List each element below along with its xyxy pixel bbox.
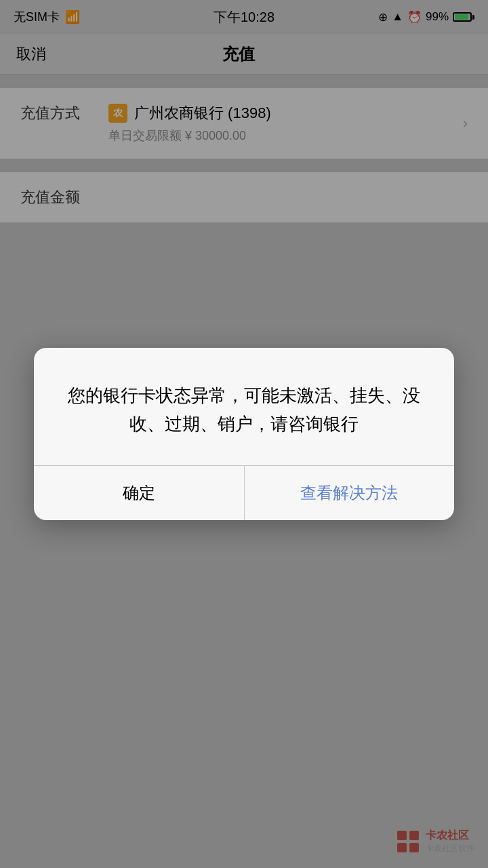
dialog-actions: 确定 查看解决方法 (34, 466, 454, 520)
dialog: 您的银行卡状态异常，可能未激活、挂失、没收、过期、销户，请咨询银行 确定 查看解… (34, 348, 454, 520)
dialog-body: 您的银行卡状态异常，可能未激活、挂失、没收、过期、销户，请咨询银行 (34, 348, 454, 465)
dialog-message: 您的银行卡状态异常，可能未激活、挂失、没收、过期、销户，请咨询银行 (61, 382, 427, 438)
dialog-overlay: 您的银行卡状态异常，可能未激活、挂失、没收、过期、销户，请咨询银行 确定 查看解… (0, 0, 488, 868)
confirm-button[interactable]: 确定 (34, 466, 244, 520)
help-button[interactable]: 查看解决方法 (245, 466, 455, 520)
